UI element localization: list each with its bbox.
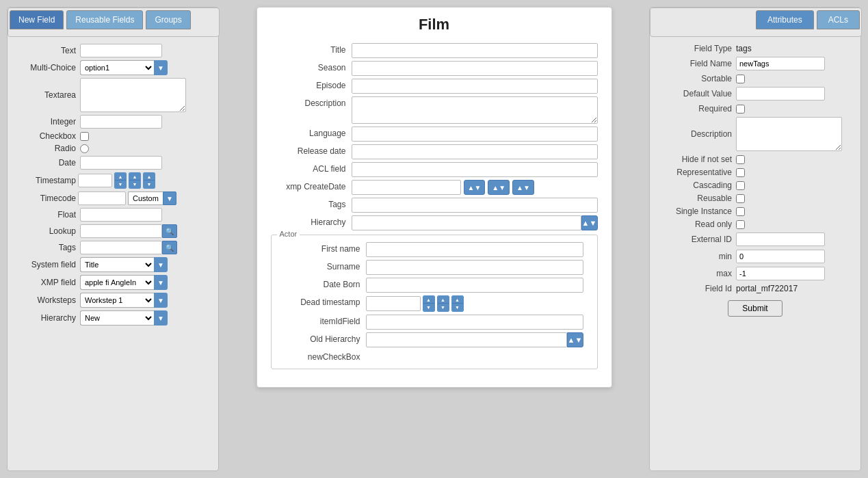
text-input[interactable] [80, 44, 162, 57]
timestamp-down-3[interactable]: ▼ [144, 181, 155, 188]
submit-button[interactable]: Submit [728, 300, 782, 317]
actor-firstname-label: First name [285, 242, 360, 254]
form-releasedate-row: Release date [271, 144, 598, 159]
cascading-checkbox[interactable] [736, 181, 745, 190]
description-textarea[interactable] [736, 117, 842, 151]
hideifnotset-checkbox[interactable] [736, 155, 745, 164]
tags-input[interactable] [80, 241, 162, 254]
worksteps-arrow[interactable]: ▼ [154, 293, 168, 308]
externalid-input[interactable] [736, 233, 825, 246]
form-hierarchy-input[interactable] [352, 215, 581, 230]
form-aclfield-input[interactable] [352, 162, 598, 177]
reusable-checkbox[interactable] [736, 194, 745, 203]
integer-field-row: Integer [14, 115, 211, 129]
timecode-custom-arrow[interactable]: ▼ [163, 191, 176, 205]
fieldname-input[interactable] [736, 57, 825, 70]
lookup-search-button[interactable]: 🔍 [162, 224, 177, 238]
defaultvalue-label: Default Value [657, 89, 732, 98]
representative-checkbox[interactable] [736, 168, 745, 177]
date-input[interactable] [80, 156, 162, 170]
tab-attributes[interactable]: Attributes [756, 10, 814, 29]
dead-up-2[interactable]: ▲ [438, 296, 449, 304]
systemfield-label: System field [14, 260, 76, 269]
xmp-btn-1[interactable]: ▲▼ [464, 180, 486, 195]
date-label: Date [14, 158, 76, 168]
dead-timestamp-input[interactable] [366, 296, 421, 311]
dead-up-1[interactable]: ▲ [423, 296, 434, 304]
form-releasedate-input[interactable] [352, 144, 598, 159]
systemfield-select-group: Title ▼ [80, 257, 168, 272]
checkbox-input[interactable] [80, 132, 89, 141]
tab-reusable-fields[interactable]: Reusable Fields [66, 10, 143, 29]
form-language-input[interactable] [352, 127, 598, 142]
tags-search-button[interactable]: 🔍 [162, 241, 177, 254]
xmp-btn-3[interactable]: ▲▼ [512, 180, 534, 195]
old-hierarchy-group: ▲▼ [366, 332, 583, 347]
multichoice-select[interactable]: option1 [80, 60, 154, 75]
cascading-label: Cascading [657, 181, 732, 190]
actor-itemidfield-label: itemIdField [285, 315, 360, 326]
max-label: max [657, 269, 732, 278]
tab-new-field[interactable]: New Field [10, 10, 64, 29]
form-description-input[interactable] [352, 96, 598, 124]
float-field-row: Float [14, 208, 211, 222]
xmp-btn-2[interactable]: ▲▼ [488, 180, 510, 195]
required-checkbox[interactable] [736, 105, 745, 114]
sortable-checkbox[interactable] [736, 75, 745, 83]
hierarchy-btn[interactable]: ▲▼ [581, 215, 598, 230]
tab-acls[interactable]: ACLs [817, 10, 860, 29]
dead-down-3[interactable]: ▼ [452, 304, 463, 311]
hierarchy-left-select[interactable]: New [80, 310, 154, 326]
form-title-input[interactable] [352, 43, 598, 58]
tab-groups[interactable]: Groups [146, 10, 190, 29]
radio-input[interactable] [80, 144, 89, 153]
actor-oldhierarchy-label: Old Hierarchy [285, 332, 360, 344]
dead-down-2[interactable]: ▼ [438, 304, 449, 311]
form-tags-input[interactable] [352, 198, 598, 213]
actor-oldhierarchy-input[interactable] [366, 332, 567, 347]
defaultvalue-input[interactable] [736, 87, 825, 101]
systemfield-select[interactable]: Title [80, 257, 154, 272]
hierarchy-left-arrow[interactable]: ▼ [154, 310, 168, 326]
integer-input[interactable] [80, 115, 162, 129]
actor-firstname-input[interactable] [366, 242, 583, 257]
timestamp-up-1[interactable]: ▲ [115, 173, 126, 181]
dead-up-3[interactable]: ▲ [452, 296, 463, 304]
timestamp-down-1[interactable]: ▼ [115, 181, 126, 188]
timestamp-up-2[interactable]: ▲ [129, 173, 140, 181]
timestamp-down-2[interactable]: ▼ [129, 181, 140, 188]
singleinstance-checkbox[interactable] [736, 207, 745, 216]
xmpfield-select-group: apple fi AngleIn ▼ [80, 275, 168, 290]
lookup-input[interactable] [80, 224, 162, 238]
xmpfield-arrow[interactable]: ▼ [154, 275, 168, 290]
timecode-custom-text: Custom [128, 191, 163, 205]
xmpfield-select[interactable]: apple fi AngleIn [80, 275, 154, 290]
timestamp-up-3[interactable]: ▲ [144, 173, 155, 181]
xmp-createdate-input[interactable] [352, 180, 461, 195]
lookup-field-row: Lookup 🔍 [14, 224, 211, 238]
multichoice-field-row: Multi-Choice option1 ▼ [14, 60, 211, 75]
timecode-input[interactable] [78, 191, 126, 205]
actor-surname-input[interactable] [366, 260, 583, 275]
min-input[interactable] [736, 250, 825, 263]
multichoice-arrow[interactable]: ▼ [154, 60, 168, 75]
reusable-label: Reusable [657, 194, 732, 203]
textarea-input[interactable] [80, 78, 186, 112]
readonly-checkbox[interactable] [736, 220, 745, 229]
form-tags-label: Tags [271, 198, 346, 209]
dead-down-1[interactable]: ▼ [423, 304, 434, 311]
timestamp-input[interactable] [78, 174, 112, 187]
actor-dateborn-input[interactable] [366, 278, 583, 293]
form-title-row: Title [271, 43, 598, 58]
max-input[interactable] [736, 267, 825, 280]
float-input[interactable] [80, 208, 162, 222]
systemfield-arrow[interactable]: ▼ [154, 257, 168, 272]
dead-spinner-1: ▲ ▼ [423, 295, 435, 312]
form-season-input[interactable] [352, 61, 598, 76]
old-hierarchy-btn[interactable]: ▲▼ [567, 332, 583, 347]
form-episode-input[interactable] [352, 79, 598, 94]
timecode-custom-group: Custom ▼ [128, 191, 176, 205]
worksteps-select[interactable]: Workstep 1 [80, 293, 154, 308]
actor-itemidfield-input[interactable] [366, 315, 583, 330]
checkbox-field-row: Checkbox [14, 131, 211, 141]
